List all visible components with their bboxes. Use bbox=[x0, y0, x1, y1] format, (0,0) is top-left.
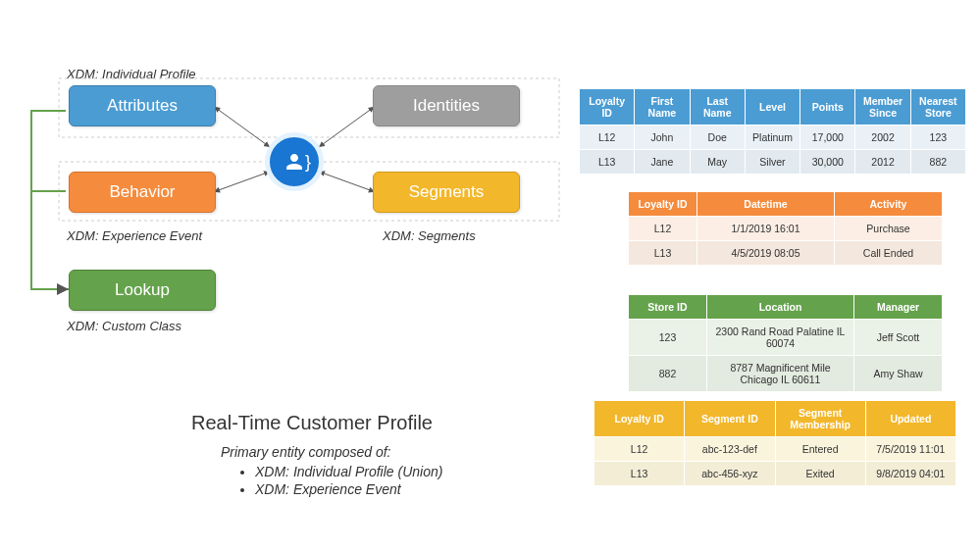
th: Location bbox=[707, 295, 854, 320]
table-row: L12 John Doe Platinum 17,000 2002 123 bbox=[580, 125, 966, 150]
td: 882 bbox=[629, 356, 707, 392]
label-segments: XDM: Segments bbox=[383, 228, 476, 243]
td: abc-456-xyz bbox=[685, 462, 775, 486]
td: Call Ended bbox=[835, 241, 943, 266]
td: L13 bbox=[594, 462, 685, 486]
td: 9/8/2019 04:01 bbox=[865, 462, 955, 486]
td: Jeff Scott bbox=[854, 320, 943, 356]
box-segments: Segments bbox=[373, 172, 520, 213]
td: John bbox=[635, 125, 690, 150]
box-behavior-label: Behavior bbox=[109, 182, 175, 202]
box-behavior: Behavior bbox=[69, 172, 216, 213]
td: 30,000 bbox=[800, 150, 855, 175]
svg-line-4 bbox=[216, 172, 270, 191]
svg-line-5 bbox=[319, 172, 373, 191]
box-segments-label: Segments bbox=[409, 182, 485, 202]
th: Segment Membership bbox=[775, 401, 865, 437]
table-loyalty: Loyalty ID First Name Last Name Level Po… bbox=[579, 88, 966, 175]
td: May bbox=[690, 150, 745, 175]
td: Purchase bbox=[835, 217, 943, 241]
td: 123 bbox=[629, 320, 707, 356]
box-identities-label: Identities bbox=[413, 96, 480, 116]
th: Nearest Store bbox=[910, 89, 965, 125]
table-row: L13 Jane May Silver 30,000 2012 882 bbox=[580, 150, 966, 175]
page-title: Real-Time Customer Profile bbox=[191, 412, 584, 434]
bullet-item: XDM: Individual Profile (Union) bbox=[255, 464, 584, 479]
table-row: L12 abc-123-def Entered 7/5/2019 11:01 bbox=[594, 437, 956, 462]
th: First Name bbox=[635, 89, 690, 125]
box-lookup: Lookup bbox=[69, 270, 216, 311]
th: Level bbox=[745, 89, 799, 125]
td: 17,000 bbox=[800, 125, 855, 150]
th: Datetime bbox=[697, 192, 835, 217]
td: 882 bbox=[910, 150, 965, 175]
td: L12 bbox=[580, 125, 635, 150]
th: Last Name bbox=[690, 89, 745, 125]
td: L13 bbox=[629, 241, 697, 266]
th: Updated bbox=[865, 401, 955, 437]
brace-icon: } bbox=[305, 152, 311, 173]
td: 2002 bbox=[855, 125, 910, 150]
table-row: L12 1/1/2019 16:01 Purchase bbox=[629, 217, 943, 241]
td: Amy Shaw bbox=[854, 356, 943, 392]
td: Entered bbox=[775, 437, 865, 462]
subtitle: Primary entity composed of: bbox=[221, 444, 584, 460]
th: Loyalty ID bbox=[629, 192, 697, 217]
td: Doe bbox=[690, 125, 745, 150]
box-lookup-label: Lookup bbox=[115, 280, 170, 300]
diagram: Attributes Identities Behavior Segments … bbox=[20, 54, 569, 348]
table-store: Store ID Location Manager 123 2300 Rand … bbox=[628, 294, 943, 392]
td: Jane bbox=[635, 150, 690, 175]
td: L12 bbox=[629, 217, 697, 241]
svg-line-2 bbox=[216, 108, 270, 147]
td: abc-123-def bbox=[685, 437, 775, 462]
td: 2300 Rand Road Palatine IL 60074 bbox=[707, 320, 854, 356]
box-identities: Identities bbox=[373, 85, 520, 126]
td: 123 bbox=[910, 125, 965, 150]
label-event: XDM: Experience Event bbox=[67, 228, 202, 243]
td: L13 bbox=[580, 150, 635, 175]
box-attributes: Attributes bbox=[69, 85, 216, 126]
th: Manager bbox=[854, 295, 943, 320]
label-custom: XDM: Custom Class bbox=[67, 319, 181, 333]
th: Loyalty ID bbox=[594, 401, 685, 437]
td: 7/5/2019 11:01 bbox=[865, 437, 955, 462]
box-attributes-label: Attributes bbox=[107, 96, 178, 116]
table-row: 123 2300 Rand Road Palatine IL 60074 Jef… bbox=[629, 320, 943, 356]
th: Activity bbox=[835, 192, 943, 217]
table-row: 882 8787 Magnificent Mile Chicago IL 606… bbox=[629, 356, 943, 392]
table-segment: Loyalty ID Segment ID Segment Membership… bbox=[593, 400, 956, 486]
heading-block: Real-Time Customer Profile Primary entit… bbox=[191, 412, 584, 499]
th: Segment ID bbox=[685, 401, 775, 437]
bullet-item: XDM: Experience Event bbox=[255, 481, 584, 497]
th: Loyalty ID bbox=[580, 89, 635, 125]
td: Exited bbox=[775, 462, 865, 486]
td: 4/5/2019 08:05 bbox=[697, 241, 835, 266]
td: Platinum bbox=[745, 125, 799, 150]
td: L12 bbox=[594, 437, 685, 462]
table-row: L13 abc-456-xyz Exited 9/8/2019 04:01 bbox=[594, 462, 956, 486]
table-row: L13 4/5/2019 08:05 Call Ended bbox=[629, 241, 943, 266]
td: 8787 Magnificent Mile Chicago IL 60611 bbox=[707, 356, 854, 392]
th: Store ID bbox=[629, 295, 707, 320]
bullet-list: XDM: Individual Profile (Union) XDM: Exp… bbox=[255, 464, 584, 497]
td: 2012 bbox=[855, 150, 910, 175]
th: Points bbox=[800, 89, 855, 125]
profile-icon: } bbox=[265, 132, 324, 191]
svg-line-3 bbox=[319, 108, 373, 147]
td: 1/1/2019 16:01 bbox=[697, 217, 835, 241]
th: Member Since bbox=[855, 89, 910, 125]
td: Silver bbox=[745, 150, 799, 175]
table-activity: Loyalty ID Datetime Activity L12 1/1/201… bbox=[628, 191, 943, 266]
